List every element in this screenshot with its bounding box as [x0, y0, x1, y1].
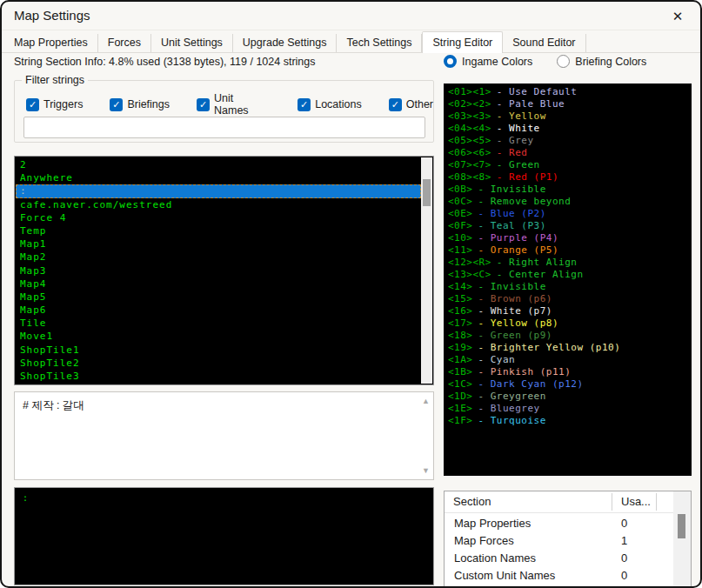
checkbox-check-icon: ✓ [389, 98, 402, 111]
color-code-item[interactable]: <1B>- Pinkish (p11) [444, 366, 692, 378]
string-list-item[interactable]: Map6 [16, 304, 421, 317]
close-button[interactable]: ✕ [664, 6, 692, 27]
color-code-item[interactable]: <03><3>- Yellow [444, 110, 692, 123]
color-code-item[interactable]: <0F>- Teal (P3) [444, 220, 692, 232]
color-code-label: - Green (p9) [478, 330, 552, 341]
section-cell: Custom Unit Names [445, 567, 612, 585]
tab-unit-settings[interactable]: Unit Settings [151, 34, 233, 53]
string-list-item[interactable]: Map3 [16, 264, 421, 277]
filter-strings-legend: Filter strings [22, 74, 88, 86]
tab-tech-settings[interactable]: Tech Settings [337, 34, 422, 53]
color-code-item[interactable]: <1F>- Turquoise [444, 415, 692, 427]
color-code-item[interactable]: <17>- Yellow (p8) [444, 317, 692, 330]
color-code-text: <1F> [448, 415, 473, 426]
tab-sound-editor[interactable]: Sound Editor [503, 34, 585, 53]
string-list-item[interactable]: Move1 [16, 330, 421, 343]
checkbox-other[interactable]: ✓Other [389, 92, 433, 117]
table-row[interactable]: Location Names0 [445, 550, 673, 567]
string-list-item[interactable]: ShopTile4 [16, 383, 421, 384]
string-list-item[interactable]: Temp [16, 224, 421, 237]
string-list-item[interactable]: Tile [16, 317, 421, 330]
color-code-item[interactable]: <11>- Orange (P5) [444, 244, 692, 257]
radio-briefing-colors[interactable]: Briefing Colors [557, 55, 646, 68]
color-code-item[interactable]: <06><6>- Red [444, 147, 692, 159]
color-code-item[interactable]: <1C>- Dark Cyan (p12) [444, 378, 692, 391]
color-code-item[interactable]: <0B>- Invisible [444, 184, 692, 196]
color-code-item[interactable]: <15>- Brown (p6) [444, 293, 692, 305]
color-code-item[interactable]: <1D>- Greygreen [444, 391, 692, 403]
color-code-item[interactable]: <13><C>- Center Align [444, 269, 692, 281]
color-code-item[interactable]: <08><8>- Red (P1) [444, 171, 692, 184]
color-code-list[interactable]: <01><1>- Use Default<02><2>- Pale Blue<0… [444, 84, 692, 476]
color-code-item[interactable]: <04><4>- White [444, 123, 692, 135]
color-code-text: <15> [448, 293, 473, 304]
color-code-item[interactable]: <1E>- Bluegrey [444, 403, 692, 415]
string-list-item[interactable]: cafe.naver.com/westreed [16, 198, 421, 211]
checkbox-unit-names[interactable]: ✓Unit Names [197, 92, 271, 117]
color-code-item[interactable]: <05><5>- Grey [444, 135, 692, 147]
string-list-item[interactable]: : [16, 184, 421, 197]
checkbox-briefings[interactable]: ✓Briefings [110, 92, 170, 117]
color-code-text: <1A> [448, 354, 473, 365]
string-list-item[interactable]: ShopTile3 [16, 370, 421, 383]
color-code-label: - Purple (P4) [478, 232, 559, 244]
column-separator[interactable] [612, 493, 612, 511]
usage-cell: 0 [612, 550, 627, 567]
string-list-item[interactable]: Map2 [16, 251, 421, 264]
tab-map-properties[interactable]: Map Properties [4, 34, 98, 53]
color-code-item[interactable]: <0E>- Blue (P2) [444, 208, 692, 220]
string-list-item[interactable]: 2 [16, 158, 421, 171]
string-list-item[interactable]: ShopTile2 [16, 357, 421, 370]
table-row[interactable]: Map Properties0 [445, 515, 673, 532]
color-mode-radios: Ingame ColorsBriefing Colors [444, 55, 646, 68]
radio-ingame-colors[interactable]: Ingame Colors [444, 55, 532, 68]
color-code-item[interactable]: <02><2>- Pale Blue [444, 98, 692, 110]
color-code-text: <05><5> [448, 135, 491, 146]
tab-forces[interactable]: Forces [98, 34, 151, 53]
color-code-item[interactable]: <01><1>- Use Default [444, 86, 692, 98]
table-header-section[interactable]: Section [453, 495, 491, 508]
string-list-item[interactable]: Map1 [16, 237, 421, 251]
color-code-label: - Green [497, 159, 540, 170]
string-list-scrollbar[interactable] [421, 157, 432, 384]
table-row[interactable]: Map Forces1 [445, 532, 673, 550]
column-separator[interactable] [656, 493, 657, 511]
string-list-scrollbar-thumb[interactable] [423, 179, 431, 206]
checkbox-locations[interactable]: ✓Locations [298, 92, 362, 117]
string-list-item[interactable]: Anywhere [16, 171, 421, 184]
edit-scroll-down-icon[interactable]: ▼ [422, 466, 430, 475]
tab-strip-divider [2, 52, 700, 53]
color-code-label: - Brighter Yellow (p10) [478, 342, 621, 353]
filter-input[interactable] [23, 117, 425, 138]
color-code-item[interactable]: <16>- White (p7) [444, 305, 692, 317]
color-code-item[interactable]: <12><R>- Right Align [444, 257, 692, 269]
color-code-label: - Red (P1) [497, 171, 558, 183]
section-cell: Map Properties [445, 515, 612, 532]
color-code-text: <0F> [448, 220, 473, 231]
color-code-label: - Blue (P2) [478, 208, 546, 219]
color-code-item[interactable]: <19>- Brighter Yellow (p10) [444, 342, 692, 354]
section-table-header: Section Usa... [445, 491, 673, 513]
string-edit-area[interactable]: # 제작 : 갈대 ▲ ▼ [14, 391, 434, 480]
color-code-item[interactable]: <18>- Green (p9) [444, 330, 692, 342]
tab-upgrade-settings[interactable]: Upgrade Settings [233, 34, 338, 53]
string-list-item[interactable]: Map4 [16, 277, 421, 291]
color-code-item[interactable]: <07><7>- Green [444, 159, 692, 171]
color-code-text: <17> [448, 317, 473, 329]
table-header-usage[interactable]: Usa... [621, 495, 651, 508]
color-code-item[interactable]: <10>- Purple (P4) [444, 232, 692, 244]
section-table-scrollbar-thumb[interactable] [678, 514, 685, 538]
section-usage-table: Section Usa... Map Properties0Map Forces… [444, 491, 692, 588]
color-code-item[interactable]: <1A>- Cyan [444, 354, 692, 366]
section-table-scrollbar[interactable] [673, 491, 691, 587]
string-list-item[interactable]: Force 4 [16, 211, 421, 224]
checkbox-triggers[interactable]: ✓Triggers [26, 92, 83, 117]
edit-scroll-up-icon[interactable]: ▲ [422, 397, 430, 405]
string-list-item[interactable]: ShopTile1 [16, 344, 421, 357]
string-list[interactable]: 2Anywhere:cafe.naver.com/westreedForce 4… [14, 156, 434, 385]
color-code-item[interactable]: <0C>- Remove beyond [444, 196, 692, 208]
string-list-item[interactable]: Map5 [16, 291, 421, 304]
color-code-item[interactable]: <14>- Invisible [444, 281, 692, 293]
table-row[interactable]: Custom Unit Names0 [445, 567, 673, 585]
tab-string-editor[interactable]: String Editor [422, 31, 503, 53]
